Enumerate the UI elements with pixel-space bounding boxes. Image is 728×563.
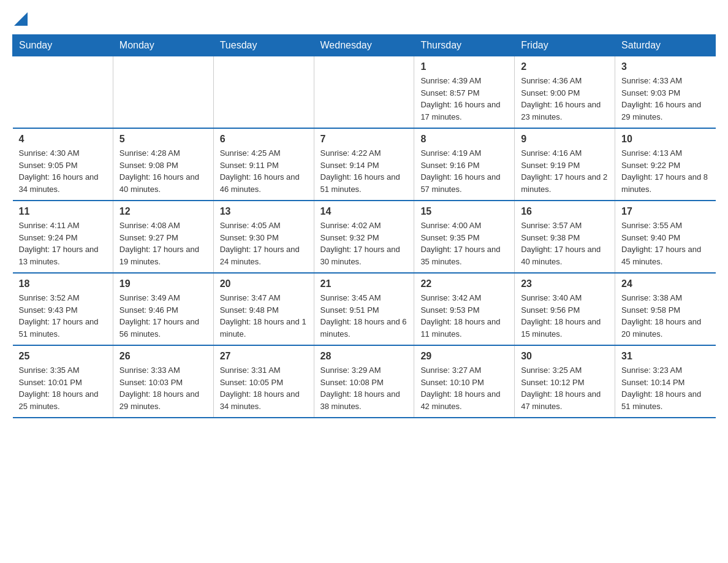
calendar-cell: 22Sunrise: 3:42 AM Sunset: 9:53 PM Dayli… bbox=[414, 273, 515, 345]
day-number: 6 bbox=[220, 134, 308, 145]
day-number: 18 bbox=[19, 278, 107, 289]
day-info: Sunrise: 3:29 AM Sunset: 10:08 PM Daylig… bbox=[320, 364, 408, 412]
day-info: Sunrise: 3:23 AM Sunset: 10:14 PM Daylig… bbox=[621, 364, 709, 412]
day-number: 27 bbox=[220, 351, 308, 362]
day-number: 25 bbox=[19, 351, 107, 362]
day-info: Sunrise: 4:22 AM Sunset: 9:14 PM Dayligh… bbox=[320, 147, 408, 195]
day-info: Sunrise: 4:08 AM Sunset: 9:27 PM Dayligh… bbox=[119, 220, 207, 267]
calendar-cell: 20Sunrise: 3:47 AM Sunset: 9:48 PM Dayli… bbox=[213, 273, 314, 345]
logo bbox=[12, 12, 28, 25]
calendar-cell: 30Sunrise: 3:25 AM Sunset: 10:12 PM Dayl… bbox=[515, 345, 615, 418]
calendar-cell: 8Sunrise: 4:19 AM Sunset: 9:16 PM Daylig… bbox=[414, 128, 515, 201]
day-number: 30 bbox=[521, 351, 609, 362]
day-number: 20 bbox=[220, 278, 308, 289]
day-info: Sunrise: 3:57 AM Sunset: 9:38 PM Dayligh… bbox=[521, 220, 609, 267]
day-info: Sunrise: 4:05 AM Sunset: 9:30 PM Dayligh… bbox=[220, 220, 308, 267]
day-info: Sunrise: 3:31 AM Sunset: 10:05 PM Daylig… bbox=[220, 364, 308, 412]
calendar-cell: 15Sunrise: 4:00 AM Sunset: 9:35 PM Dayli… bbox=[414, 201, 515, 273]
day-number: 5 bbox=[119, 134, 207, 145]
day-info: Sunrise: 3:42 AM Sunset: 9:53 PM Dayligh… bbox=[420, 292, 508, 340]
header-sunday: Sunday bbox=[13, 35, 113, 56]
day-info: Sunrise: 3:27 AM Sunset: 10:10 PM Daylig… bbox=[420, 364, 508, 412]
day-number: 15 bbox=[420, 206, 508, 217]
header-friday: Friday bbox=[515, 35, 615, 56]
calendar-cell: 27Sunrise: 3:31 AM Sunset: 10:05 PM Dayl… bbox=[213, 345, 314, 418]
calendar-cell: 1Sunrise: 4:39 AM Sunset: 8:57 PM Daylig… bbox=[414, 56, 515, 129]
day-number: 28 bbox=[320, 351, 408, 362]
day-info: Sunrise: 4:33 AM Sunset: 9:03 PM Dayligh… bbox=[621, 75, 709, 123]
calendar-cell: 4Sunrise: 4:30 AM Sunset: 9:05 PM Daylig… bbox=[13, 128, 113, 201]
header-row: SundayMondayTuesdayWednesdayThursdayFrid… bbox=[13, 35, 716, 56]
page-header bbox=[12, 12, 716, 25]
day-number: 23 bbox=[521, 278, 609, 289]
day-number: 21 bbox=[320, 278, 408, 289]
calendar-cell: 26Sunrise: 3:33 AM Sunset: 10:03 PM Dayl… bbox=[113, 345, 213, 418]
calendar-cell: 28Sunrise: 3:29 AM Sunset: 10:08 PM Dayl… bbox=[314, 345, 414, 418]
calendar-body: 1Sunrise: 4:39 AM Sunset: 8:57 PM Daylig… bbox=[13, 56, 716, 418]
week-row-4: 18Sunrise: 3:52 AM Sunset: 9:43 PM Dayli… bbox=[13, 273, 716, 345]
day-info: Sunrise: 4:11 AM Sunset: 9:24 PM Dayligh… bbox=[19, 220, 107, 267]
calendar-cell bbox=[13, 56, 113, 129]
day-number: 19 bbox=[119, 278, 207, 289]
calendar-cell: 9Sunrise: 4:16 AM Sunset: 9:19 PM Daylig… bbox=[515, 128, 615, 201]
day-info: Sunrise: 3:33 AM Sunset: 10:03 PM Daylig… bbox=[119, 364, 207, 412]
header-tuesday: Tuesday bbox=[213, 35, 314, 56]
day-info: Sunrise: 3:49 AM Sunset: 9:46 PM Dayligh… bbox=[119, 292, 207, 340]
calendar-cell: 31Sunrise: 3:23 AM Sunset: 10:14 PM Dayl… bbox=[615, 345, 716, 418]
calendar-cell: 23Sunrise: 3:40 AM Sunset: 9:56 PM Dayli… bbox=[515, 273, 615, 345]
calendar-cell: 7Sunrise: 4:22 AM Sunset: 9:14 PM Daylig… bbox=[314, 128, 414, 201]
calendar-cell: 2Sunrise: 4:36 AM Sunset: 9:00 PM Daylig… bbox=[515, 56, 615, 129]
day-number: 29 bbox=[420, 351, 508, 362]
calendar-cell bbox=[213, 56, 314, 129]
day-info: Sunrise: 3:35 AM Sunset: 10:01 PM Daylig… bbox=[19, 364, 107, 412]
day-number: 7 bbox=[320, 134, 408, 145]
day-info: Sunrise: 3:38 AM Sunset: 9:58 PM Dayligh… bbox=[621, 292, 709, 340]
day-number: 8 bbox=[420, 134, 508, 145]
calendar-cell: 17Sunrise: 3:55 AM Sunset: 9:40 PM Dayli… bbox=[615, 201, 716, 273]
header-wednesday: Wednesday bbox=[314, 35, 414, 56]
calendar-cell: 29Sunrise: 3:27 AM Sunset: 10:10 PM Dayl… bbox=[414, 345, 515, 418]
day-info: Sunrise: 4:19 AM Sunset: 9:16 PM Dayligh… bbox=[420, 147, 508, 195]
calendar-cell: 13Sunrise: 4:05 AM Sunset: 9:30 PM Dayli… bbox=[213, 201, 314, 273]
day-number: 24 bbox=[621, 278, 709, 289]
calendar-cell: 18Sunrise: 3:52 AM Sunset: 9:43 PM Dayli… bbox=[13, 273, 113, 345]
day-number: 2 bbox=[521, 61, 609, 72]
day-info: Sunrise: 4:00 AM Sunset: 9:35 PM Dayligh… bbox=[420, 220, 508, 267]
calendar-table: SundayMondayTuesdayWednesdayThursdayFrid… bbox=[12, 34, 716, 418]
calendar-cell: 3Sunrise: 4:33 AM Sunset: 9:03 PM Daylig… bbox=[615, 56, 716, 129]
day-number: 4 bbox=[19, 134, 107, 145]
day-info: Sunrise: 4:02 AM Sunset: 9:32 PM Dayligh… bbox=[320, 220, 408, 267]
day-info: Sunrise: 3:47 AM Sunset: 9:48 PM Dayligh… bbox=[220, 292, 308, 340]
week-row-3: 11Sunrise: 4:11 AM Sunset: 9:24 PM Dayli… bbox=[13, 201, 716, 273]
calendar-cell: 10Sunrise: 4:13 AM Sunset: 9:22 PM Dayli… bbox=[615, 128, 716, 201]
day-number: 10 bbox=[621, 134, 709, 145]
logo-triangle-icon bbox=[14, 12, 28, 26]
day-info: Sunrise: 4:25 AM Sunset: 9:11 PM Dayligh… bbox=[220, 147, 308, 195]
calendar-cell: 11Sunrise: 4:11 AM Sunset: 9:24 PM Dayli… bbox=[13, 201, 113, 273]
calendar-cell: 19Sunrise: 3:49 AM Sunset: 9:46 PM Dayli… bbox=[113, 273, 213, 345]
week-row-2: 4Sunrise: 4:30 AM Sunset: 9:05 PM Daylig… bbox=[13, 128, 716, 201]
calendar-cell: 6Sunrise: 4:25 AM Sunset: 9:11 PM Daylig… bbox=[213, 128, 314, 201]
calendar-cell: 14Sunrise: 4:02 AM Sunset: 9:32 PM Dayli… bbox=[314, 201, 414, 273]
calendar-cell: 16Sunrise: 3:57 AM Sunset: 9:38 PM Dayli… bbox=[515, 201, 615, 273]
calendar-cell: 5Sunrise: 4:28 AM Sunset: 9:08 PM Daylig… bbox=[113, 128, 213, 201]
day-info: Sunrise: 4:28 AM Sunset: 9:08 PM Dayligh… bbox=[119, 147, 207, 195]
svg-marker-0 bbox=[14, 12, 28, 26]
header-saturday: Saturday bbox=[615, 35, 716, 56]
day-number: 1 bbox=[420, 61, 508, 72]
calendar-cell: 25Sunrise: 3:35 AM Sunset: 10:01 PM Dayl… bbox=[13, 345, 113, 418]
day-info: Sunrise: 4:36 AM Sunset: 9:00 PM Dayligh… bbox=[521, 75, 609, 123]
calendar-header: SundayMondayTuesdayWednesdayThursdayFrid… bbox=[13, 35, 716, 56]
calendar-cell: 24Sunrise: 3:38 AM Sunset: 9:58 PM Dayli… bbox=[615, 273, 716, 345]
day-number: 9 bbox=[521, 134, 609, 145]
day-info: Sunrise: 3:55 AM Sunset: 9:40 PM Dayligh… bbox=[621, 220, 709, 267]
day-number: 16 bbox=[521, 206, 609, 217]
calendar-cell: 21Sunrise: 3:45 AM Sunset: 9:51 PM Dayli… bbox=[314, 273, 414, 345]
header-monday: Monday bbox=[113, 35, 213, 56]
day-number: 11 bbox=[19, 206, 107, 217]
day-info: Sunrise: 4:16 AM Sunset: 9:19 PM Dayligh… bbox=[521, 147, 609, 195]
calendar-cell bbox=[113, 56, 213, 129]
day-info: Sunrise: 3:52 AM Sunset: 9:43 PM Dayligh… bbox=[19, 292, 107, 340]
day-number: 12 bbox=[119, 206, 207, 217]
calendar-cell: 12Sunrise: 4:08 AM Sunset: 9:27 PM Dayli… bbox=[113, 201, 213, 273]
